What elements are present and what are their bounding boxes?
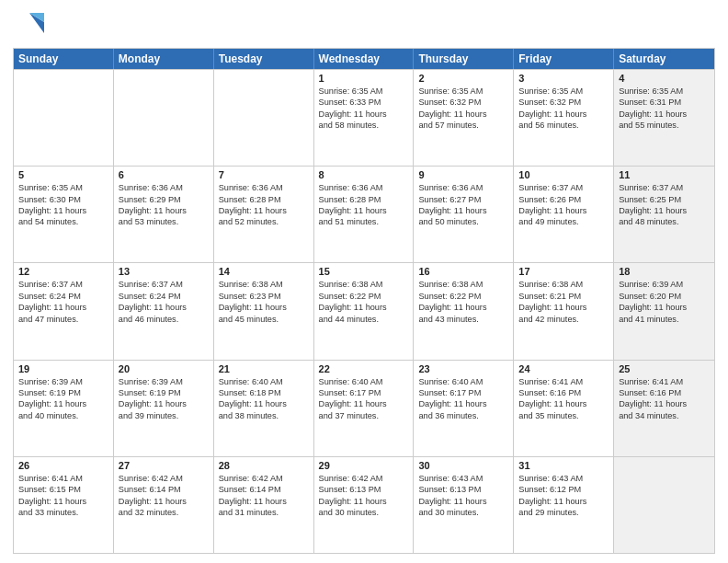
cell-info-line: and 53 minutes.	[119, 216, 209, 227]
cal-cell: 29Sunrise: 6:42 AMSunset: 6:13 PMDayligh…	[314, 457, 415, 553]
cell-info-line: and 41 minutes.	[619, 314, 710, 325]
cal-cell: 5Sunrise: 6:35 AMSunset: 6:30 PMDaylight…	[14, 167, 114, 262]
day-number: 16	[418, 266, 508, 277]
cell-info-line: Sunrise: 6:43 AM	[518, 473, 609, 484]
cell-info-line: and 35 minutes.	[518, 410, 609, 421]
cal-cell: 17Sunrise: 6:38 AMSunset: 6:21 PMDayligh…	[514, 263, 614, 359]
cal-cell: 16Sunrise: 6:38 AMSunset: 6:22 PMDayligh…	[414, 263, 514, 359]
day-number: 29	[319, 460, 409, 471]
cell-info-line: and 54 minutes.	[18, 216, 108, 227]
cell-info-line: Daylight: 11 hours	[418, 109, 508, 120]
header-day-monday: Monday	[114, 49, 214, 69]
cell-info-line: Daylight: 11 hours	[619, 302, 710, 313]
cal-cell: 14Sunrise: 6:38 AMSunset: 6:23 PMDayligh…	[214, 263, 314, 359]
cell-info-line: Sunset: 6:30 PM	[18, 194, 108, 205]
day-number: 20	[119, 363, 209, 374]
day-number: 7	[219, 169, 309, 180]
cell-info-line: and 34 minutes.	[619, 410, 710, 421]
cell-info-line: Sunrise: 6:41 AM	[18, 473, 108, 484]
cell-info-line: Daylight: 11 hours	[619, 109, 710, 120]
cal-row-3: 19Sunrise: 6:39 AMSunset: 6:19 PMDayligh…	[14, 360, 714, 456]
day-number: 1	[319, 73, 409, 84]
cell-info-line: Sunset: 6:15 PM	[18, 484, 108, 495]
cal-cell: 23Sunrise: 6:40 AMSunset: 6:17 PMDayligh…	[414, 361, 514, 456]
cell-info-line: Daylight: 11 hours	[518, 109, 609, 120]
cal-cell: 1Sunrise: 6:35 AMSunset: 6:33 PMDaylight…	[314, 70, 415, 166]
day-number: 28	[219, 460, 309, 471]
day-number: 23	[418, 363, 508, 374]
cal-cell: 22Sunrise: 6:40 AMSunset: 6:17 PMDayligh…	[314, 361, 415, 456]
cal-row-2: 12Sunrise: 6:37 AMSunset: 6:24 PMDayligh…	[14, 262, 714, 359]
cell-info-line: and 40 minutes.	[18, 410, 108, 421]
cell-info-line: Daylight: 11 hours	[319, 302, 409, 313]
header-day-sunday: Sunday	[14, 49, 114, 69]
cal-cell: 28Sunrise: 6:42 AMSunset: 6:14 PMDayligh…	[214, 457, 314, 553]
cell-info-line: Sunset: 6:25 PM	[619, 194, 710, 205]
header-day-tuesday: Tuesday	[214, 49, 314, 69]
calendar: SundayMondayTuesdayWednesdayThursdayFrid…	[13, 48, 715, 554]
cell-info-line: Sunset: 6:16 PM	[619, 387, 710, 398]
cell-info-line: and 33 minutes.	[18, 507, 108, 518]
cell-info-line: Sunset: 6:28 PM	[319, 194, 409, 205]
cal-cell: 31Sunrise: 6:43 AMSunset: 6:12 PMDayligh…	[514, 457, 614, 553]
cell-info-line: Daylight: 11 hours	[219, 205, 309, 216]
cell-info-line: Daylight: 11 hours	[18, 398, 108, 409]
cell-info-line: Sunrise: 6:39 AM	[119, 376, 209, 387]
cell-info-line: Sunrise: 6:42 AM	[119, 473, 209, 484]
cell-info-line: Sunrise: 6:37 AM	[518, 182, 609, 193]
cell-info-line: Sunrise: 6:40 AM	[418, 376, 508, 387]
cell-info-line: Sunset: 6:23 PM	[219, 291, 309, 302]
header	[13, 9, 715, 42]
cell-info-line: Sunset: 6:31 PM	[619, 97, 710, 108]
cal-cell	[614, 457, 714, 553]
cell-info-line: Sunrise: 6:42 AM	[219, 473, 309, 484]
cell-info-line: Sunset: 6:24 PM	[119, 291, 209, 302]
cell-info-line: Sunrise: 6:36 AM	[119, 182, 209, 193]
cell-info-line: Sunset: 6:27 PM	[418, 194, 508, 205]
cal-cell	[214, 70, 314, 166]
day-number: 18	[619, 266, 710, 277]
cell-info-line: Sunset: 6:22 PM	[418, 291, 508, 302]
cell-info-line: Sunrise: 6:40 AM	[219, 376, 309, 387]
cell-info-line: and 30 minutes.	[319, 507, 409, 518]
cell-info-line: Sunrise: 6:37 AM	[619, 182, 710, 193]
day-number: 8	[319, 169, 409, 180]
cell-info-line: Sunset: 6:13 PM	[418, 484, 508, 495]
cell-info-line: Sunrise: 6:37 AM	[119, 279, 209, 290]
cell-info-line: Daylight: 11 hours	[418, 496, 508, 507]
day-number: 21	[219, 363, 309, 374]
cell-info-line: and 56 minutes.	[518, 120, 609, 131]
cell-info-line: and 39 minutes.	[119, 410, 209, 421]
cal-cell: 26Sunrise: 6:41 AMSunset: 6:15 PMDayligh…	[14, 457, 114, 553]
cell-info-line: Daylight: 11 hours	[18, 205, 108, 216]
cell-info-line: Sunset: 6:18 PM	[219, 387, 309, 398]
cal-cell: 20Sunrise: 6:39 AMSunset: 6:19 PMDayligh…	[114, 361, 214, 456]
cell-info-line: and 57 minutes.	[418, 120, 508, 131]
header-day-wednesday: Wednesday	[314, 49, 415, 69]
cal-cell: 7Sunrise: 6:36 AMSunset: 6:28 PMDaylight…	[214, 167, 314, 262]
cell-info-line: and 55 minutes.	[619, 120, 710, 131]
cell-info-line: Daylight: 11 hours	[119, 496, 209, 507]
cal-cell: 9Sunrise: 6:36 AMSunset: 6:27 PMDaylight…	[414, 167, 514, 262]
cal-cell: 18Sunrise: 6:39 AMSunset: 6:20 PMDayligh…	[614, 263, 714, 359]
cell-info-line: Daylight: 11 hours	[119, 302, 209, 313]
cal-cell: 30Sunrise: 6:43 AMSunset: 6:13 PMDayligh…	[414, 457, 514, 553]
day-number: 11	[619, 169, 710, 180]
day-number: 27	[119, 460, 209, 471]
cell-info-line: Daylight: 11 hours	[219, 302, 309, 313]
cell-info-line: Sunrise: 6:38 AM	[319, 279, 409, 290]
cal-cell: 27Sunrise: 6:42 AMSunset: 6:14 PMDayligh…	[114, 457, 214, 553]
cal-cell: 10Sunrise: 6:37 AMSunset: 6:26 PMDayligh…	[514, 167, 614, 262]
cell-info-line: Daylight: 11 hours	[219, 496, 309, 507]
cell-info-line: Sunrise: 6:36 AM	[418, 182, 508, 193]
cell-info-line: Sunrise: 6:36 AM	[319, 182, 409, 193]
cell-info-line: Sunset: 6:17 PM	[319, 387, 409, 398]
cell-info-line: Daylight: 11 hours	[518, 398, 609, 409]
header-day-thursday: Thursday	[414, 49, 514, 69]
cell-info-line: Sunrise: 6:42 AM	[319, 473, 409, 484]
cell-info-line: Sunset: 6:20 PM	[619, 291, 710, 302]
cal-row-1: 5Sunrise: 6:35 AMSunset: 6:30 PMDaylight…	[14, 166, 714, 262]
cell-info-line: Sunrise: 6:40 AM	[319, 376, 409, 387]
cell-info-line: Daylight: 11 hours	[18, 302, 108, 313]
cell-info-line: and 49 minutes.	[518, 216, 609, 227]
